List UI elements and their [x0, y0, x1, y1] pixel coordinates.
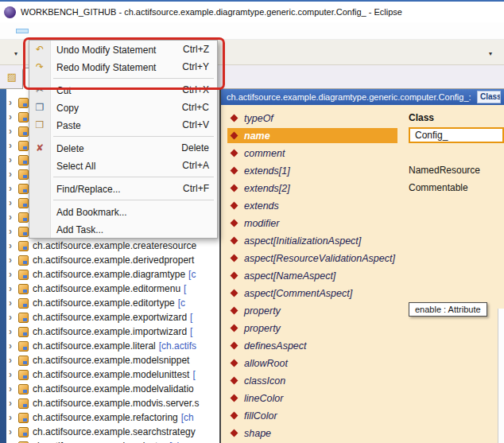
menu-item-add-bookmark[interactable]: Add Bookmark...: [29, 203, 217, 220]
property-value[interactable]: enable : Attribute: [409, 302, 487, 317]
diamond-bullet-icon: [231, 359, 238, 367]
row-classicon[interactable]: classIcon: [227, 372, 504, 390]
expand-arrow-icon[interactable]: [9, 196, 17, 210]
new-wizard-dropdown[interactable]: [4, 44, 27, 61]
title-bar[interactable]: WORKBENCH_GITHUB - ch.actifsource.exampl…: [0, 2, 504, 22]
tree-item-editormenu[interactable]: ch.actifsource.example.editormenu [: [6, 282, 219, 296]
row-typeof[interactable]: typeOf Class: [227, 110, 504, 127]
menu-project[interactable]: [54, 29, 67, 33]
outline-icon[interactable]: [459, 44, 477, 61]
row-definesaspect[interactable]: definesAspect: [227, 337, 504, 355]
expand-arrow-icon[interactable]: [9, 339, 17, 353]
menu-run[interactable]: [79, 29, 92, 33]
expand-arrow-icon[interactable]: [9, 396, 17, 410]
menu-item-cut[interactable]: ✂ Cut Ctrl+X: [29, 81, 217, 99]
package-icon: [18, 284, 29, 294]
tree-item-derivedproperty[interactable]: ch.actifsource.example.derivedpropert: [6, 253, 219, 267]
grid-view-icon[interactable]: [235, 44, 252, 61]
row-aspect-resourcevalidation[interactable]: aspect[ResourceValidationAspect]: [227, 250, 504, 267]
menu-help[interactable]: [105, 29, 118, 33]
breadcrumb-path[interactable]: ch.actifsource.example.diagramtype.gener…: [227, 92, 471, 102]
breadcrumb-segment[interactable]: Class: [477, 91, 501, 103]
row-comment[interactable]: comment: [227, 145, 504, 162]
row-allowroot[interactable]: allowRoot: [227, 355, 504, 372]
tree-item-editortype[interactable]: ch.actifsource.example.editortype [c: [6, 296, 219, 310]
menu-item-paste[interactable]: ❒ Paste Ctrl+V: [29, 116, 217, 134]
expand-arrow-icon[interactable]: [9, 425, 17, 439]
window-title: WORKBENCH_GITHUB - ch.actifsource.exampl…: [21, 7, 402, 17]
tree-item-modelunittest[interactable]: ch.actifsource.example.modelunittest [: [6, 367, 219, 382]
tree-item-modvis-server[interactable]: ch.actifsource.example.modvis.server.s: [6, 396, 219, 410]
row-extends-1[interactable]: extends[1] NamedResource: [227, 162, 504, 180]
menu-item-label: Delete: [56, 143, 84, 154]
expand-arrow-icon[interactable]: [9, 181, 17, 196]
expand-arrow-icon[interactable]: [9, 239, 17, 253]
expand-arrow-icon[interactable]: [9, 267, 17, 282]
expand-arrow-icon[interactable]: [9, 310, 17, 324]
row-extends-2[interactable]: extends[2] Commentable: [227, 180, 504, 197]
expand-arrow-icon[interactable]: [9, 224, 17, 239]
menu-edit[interactable]: [16, 29, 29, 33]
menu-item-redo[interactable]: ↷ Redo Modify Statement Ctrl+Y: [29, 58, 217, 76]
property-value[interactable]: NamedResource: [409, 165, 480, 176]
expand-arrow-icon[interactable]: [9, 439, 17, 443]
menu-item-add-task[interactable]: Add Task...: [29, 220, 217, 238]
menu-item-find-replace[interactable]: Find/Replace... Ctrl+F: [29, 180, 217, 197]
row-linecolor[interactable]: lineColor: [227, 390, 504, 407]
tree-item-createresource[interactable]: ch.actifsource.example.createresource: [6, 239, 219, 253]
tree-item-literal[interactable]: ch.actifsource.example.literal [ch.actif…: [6, 339, 219, 353]
row-fillcolor[interactable]: fillColor: [227, 407, 504, 425]
row-aspect-name[interactable]: aspect[NameAspect]: [227, 267, 504, 285]
menu-item-undo[interactable]: ↶ Undo Modify Statement Ctrl+Z: [29, 41, 217, 58]
row-name[interactable]: name Config_: [227, 127, 504, 145]
property-value[interactable]: Class: [409, 112, 434, 123]
row-aspect-initialization[interactable]: aspect[InitializationAspect]: [227, 232, 504, 250]
row-extends[interactable]: extends: [227, 197, 504, 215]
minimized-view-bar[interactable]: [0, 89, 6, 443]
row-property-2[interactable]: property: [227, 320, 504, 337]
expand-arrow-icon[interactable]: [9, 167, 17, 181]
menu-item-copy[interactable]: ❐ Copy Ctrl+C: [29, 99, 217, 116]
menu-search[interactable]: [41, 29, 54, 33]
expand-arrow-icon[interactable]: [9, 253, 17, 267]
expand-arrow-icon[interactable]: [9, 410, 17, 425]
editor-list-dropdown[interactable]: [479, 44, 502, 61]
expand-arrow-icon[interactable]: [9, 95, 17, 110]
tree-item-modelsnippet[interactable]: ch.actifsource.example.modelsnippet: [6, 353, 219, 367]
expand-arrow-icon[interactable]: [9, 124, 17, 138]
property-value[interactable]: Config_: [409, 127, 504, 143]
expand-arrow-icon[interactable]: [9, 367, 17, 382]
menu-item-delete[interactable]: ✘ Delete Delete: [29, 139, 217, 157]
edit-menu-dropdown: ↶ Undo Modify Statement Ctrl+Z ↷ Redo Mo…: [29, 40, 218, 239]
row-modifier[interactable]: modifier: [227, 215, 504, 232]
expand-arrow-icon[interactable]: [9, 296, 17, 310]
expand-arrow-icon[interactable]: [9, 382, 17, 396]
tree-item-modelvalidation[interactable]: ch.actifsource.example.modelvalidatio: [6, 382, 219, 396]
property-value[interactable]: Commentable: [409, 182, 468, 193]
tree-item-diagramtype[interactable]: ch.actifsource.example.diagramtype [c: [6, 267, 219, 282]
expand-arrow-icon[interactable]: [9, 353, 17, 367]
expand-arrow-icon[interactable]: [9, 210, 17, 224]
expand-arrow-icon[interactable]: [9, 324, 17, 339]
table-view-icon[interactable]: [215, 44, 233, 61]
tree-item-selector[interactable]: ch.actifsource.example.selector [ch.a: [6, 439, 219, 443]
expand-arrow-icon[interactable]: [9, 282, 17, 296]
row-aspect-comment[interactable]: aspect[CommentAspect]: [227, 285, 504, 302]
row-shape[interactable]: shape: [227, 425, 504, 442]
expand-arrow-icon[interactable]: [9, 153, 17, 167]
package-icon: [18, 427, 29, 437]
tree-item-searchstrategy[interactable]: ch.actifsource.example.searchstrategy: [6, 425, 219, 439]
menu-window[interactable]: [92, 29, 105, 33]
menu-item-select-all[interactable]: Select All Ctrl+A: [29, 157, 217, 174]
tree-item-exportwizard[interactable]: ch.actifsource.example.exportwizard [: [6, 310, 219, 324]
folder-icon[interactable]: ▨: [3, 68, 21, 86]
menu-file[interactable]: [3, 29, 16, 33]
scrollbar-track[interactable]: [498, 309, 504, 443]
tree-item-refactoring[interactable]: ch.actifsource.example.refactoring [ch: [6, 410, 219, 425]
menu-navigate[interactable]: [29, 29, 41, 33]
expand-arrow-icon[interactable]: [9, 110, 17, 124]
row-property-1[interactable]: property enable : Attribute: [227, 302, 504, 320]
menu-refactor[interactable]: [67, 29, 79, 33]
tree-item-importwizard[interactable]: ch.actifsource.example.importwizard [: [6, 324, 219, 339]
expand-arrow-icon[interactable]: [9, 138, 17, 153]
